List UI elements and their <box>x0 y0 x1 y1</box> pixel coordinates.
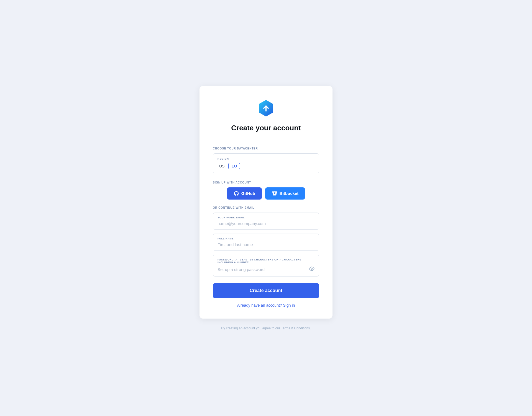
github-icon <box>234 191 239 196</box>
password-input[interactable] <box>218 267 309 272</box>
page-title: Create your account <box>231 124 301 132</box>
bitbucket-label: Bitbucket <box>280 191 298 196</box>
password-field-group: Password: at least 15 characters or 7 ch… <box>213 255 319 277</box>
email-section-label: Or continue with email <box>213 206 254 209</box>
password-label: Password: at least 15 characters or 7 ch… <box>218 258 314 264</box>
svg-point-2 <box>311 268 313 269</box>
password-wrap <box>218 266 314 273</box>
region-us[interactable]: US <box>218 163 226 169</box>
footer-text: By creating an account you agree to our … <box>221 326 311 330</box>
email-label: Your work email <box>218 216 314 219</box>
email-field-group: Your work email <box>213 213 319 230</box>
fullname-label: Full name <box>218 237 314 240</box>
bitbucket-button[interactable]: Bitbucket <box>265 187 305 200</box>
email-input[interactable] <box>218 221 314 226</box>
toggle-password-icon[interactable] <box>309 266 314 273</box>
github-button[interactable]: GitHub <box>227 187 262 200</box>
social-section-label: Sign up with account <box>213 181 251 184</box>
signin-link[interactable]: Already have an account? Sign in <box>237 303 295 308</box>
signup-card: Create your account Choose your datacent… <box>200 86 332 319</box>
region-box: Region US EU <box>213 153 319 173</box>
logo <box>257 99 275 118</box>
fullname-field-group: Full name <box>213 234 319 251</box>
datacenter-section-label: Choose your datacenter <box>213 147 258 150</box>
title-divider <box>213 140 319 140</box>
social-buttons: GitHub Bitbucket <box>213 187 319 200</box>
bitbucket-icon <box>272 191 277 196</box>
region-label: Region <box>218 157 314 160</box>
region-eu[interactable]: EU <box>228 163 240 169</box>
fullname-input[interactable] <box>218 242 314 247</box>
github-label: GitHub <box>241 191 255 196</box>
region-options: US EU <box>218 163 314 169</box>
create-account-button[interactable]: Create account <box>213 283 319 298</box>
